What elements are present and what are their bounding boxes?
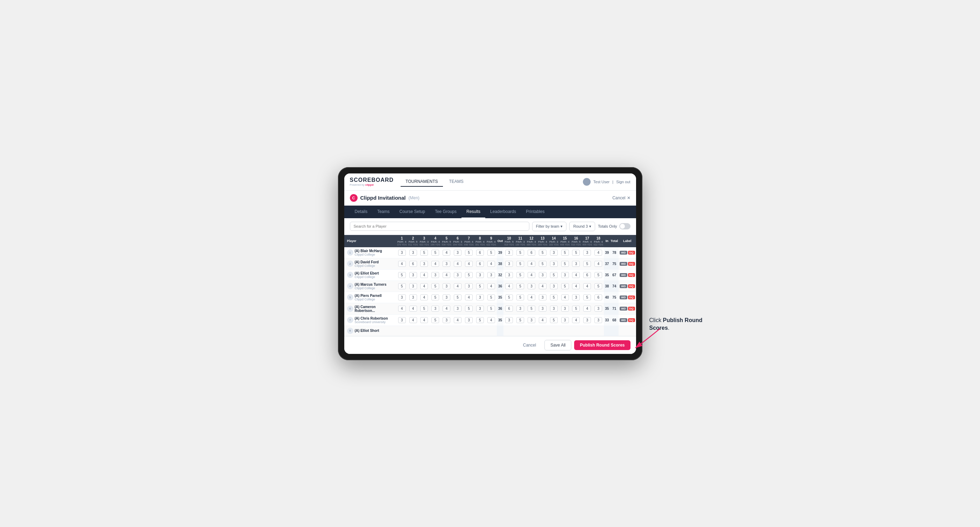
hole-11-score[interactable] xyxy=(515,258,526,269)
score-input-hole-11[interactable] xyxy=(516,306,524,311)
hole-8-score[interactable] xyxy=(474,281,486,292)
hole-4-score[interactable] xyxy=(430,314,441,325)
hole-3-score[interactable] xyxy=(418,269,430,281)
score-input-hole-11[interactable] xyxy=(516,272,524,278)
hole-7-score[interactable] xyxy=(463,325,474,336)
hole-17-score[interactable] xyxy=(581,325,593,336)
score-input-hole-16[interactable] xyxy=(572,250,580,256)
score-input-hole-2[interactable] xyxy=(409,294,417,300)
hole-11-score[interactable] xyxy=(515,292,526,303)
hole-16-score[interactable] xyxy=(571,258,582,269)
score-input-hole-2[interactable] xyxy=(409,272,417,278)
save-all-button[interactable]: Save All xyxy=(544,340,571,351)
hole-18-score[interactable] xyxy=(593,314,604,325)
hole-4-score[interactable] xyxy=(430,325,441,336)
score-input-hole-7[interactable] xyxy=(465,261,473,267)
score-input-hole-12[interactable] xyxy=(528,272,535,278)
hole-17-score[interactable] xyxy=(581,281,593,292)
score-input-hole-7[interactable] xyxy=(465,306,473,311)
score-input-hole-16[interactable] xyxy=(572,283,580,289)
tab-tee-groups[interactable]: Tee Groups xyxy=(430,206,461,218)
hole-10-score[interactable] xyxy=(503,281,515,292)
score-input-hole-18[interactable] xyxy=(595,294,602,300)
hole-3-score[interactable] xyxy=(418,247,430,259)
wd-badge[interactable]: WD xyxy=(620,295,627,299)
hole-10-score[interactable] xyxy=(503,292,515,303)
hole-17-score[interactable] xyxy=(581,269,593,281)
score-input-hole-10[interactable] xyxy=(505,272,513,278)
score-input-hole-4[interactable] xyxy=(431,272,439,278)
score-input-hole-2[interactable] xyxy=(409,250,417,256)
score-input-hole-1[interactable] xyxy=(398,306,406,311)
hole-15-score[interactable] xyxy=(560,303,571,314)
score-input-hole-6[interactable] xyxy=(454,283,461,289)
hole-16-score[interactable] xyxy=(571,281,582,292)
hole-15-score[interactable] xyxy=(560,292,571,303)
score-input-hole-6[interactable] xyxy=(454,306,461,311)
hole-18-score[interactable] xyxy=(593,292,604,303)
score-input-hole-9[interactable] xyxy=(487,294,495,300)
score-input-hole-4[interactable] xyxy=(431,250,439,256)
score-input-hole-10[interactable] xyxy=(505,283,513,289)
score-input-hole-15[interactable] xyxy=(561,272,569,278)
score-input-hole-18[interactable] xyxy=(595,306,602,311)
hole-17-score[interactable] xyxy=(581,303,593,314)
hole-3-score[interactable] xyxy=(418,325,430,336)
hole-8-score[interactable] xyxy=(474,314,486,325)
score-input-hole-8[interactable] xyxy=(476,261,484,267)
score-input-hole-10[interactable] xyxy=(505,250,513,256)
hole-14-score[interactable] xyxy=(548,269,560,281)
hole-16-score[interactable] xyxy=(571,325,582,336)
score-input-hole-6[interactable] xyxy=(454,250,461,256)
score-input-hole-3[interactable] xyxy=(420,261,428,267)
score-input-hole-5[interactable] xyxy=(442,272,450,278)
score-input-hole-14[interactable] xyxy=(550,283,558,289)
hole-7-score[interactable] xyxy=(463,281,474,292)
hole-4-score[interactable] xyxy=(430,303,441,314)
tab-printables[interactable]: Printables xyxy=(521,206,549,218)
hole-1-score[interactable] xyxy=(396,325,407,336)
hole-13-score[interactable] xyxy=(537,325,548,336)
nav-tournaments[interactable]: TOURNAMENTS xyxy=(401,177,442,187)
hole-2-score[interactable] xyxy=(407,314,419,325)
hole-1-score[interactable] xyxy=(396,269,407,281)
score-input-hole-4[interactable] xyxy=(431,294,439,300)
score-input-hole-6[interactable] xyxy=(454,272,461,278)
hole-1-score[interactable] xyxy=(396,247,407,259)
hole-3-score[interactable] xyxy=(418,281,430,292)
score-input-hole-18[interactable] xyxy=(595,261,602,267)
score-input-hole-13[interactable] xyxy=(539,250,547,256)
score-input-hole-9[interactable] xyxy=(487,261,495,267)
hole-16-score[interactable] xyxy=(571,314,582,325)
hole-13-score[interactable] xyxy=(537,303,548,314)
score-input-hole-11[interactable] xyxy=(516,261,524,267)
hole-17-score[interactable] xyxy=(581,314,593,325)
score-input-hole-5[interactable] xyxy=(442,250,450,256)
wd-badge[interactable]: WD xyxy=(620,273,627,277)
hole-13-score[interactable] xyxy=(537,247,548,259)
hole-16-score[interactable] xyxy=(571,247,582,259)
score-input-hole-11[interactable] xyxy=(516,317,524,323)
score-input-hole-7[interactable] xyxy=(465,250,473,256)
hole-6-score[interactable] xyxy=(452,303,463,314)
sign-out-link[interactable]: Sign out xyxy=(616,180,630,184)
hole-6-score[interactable] xyxy=(452,269,463,281)
score-input-hole-15[interactable] xyxy=(561,306,569,311)
search-input[interactable] xyxy=(350,222,529,231)
hole-9-score[interactable] xyxy=(486,325,497,336)
hole-10-score[interactable] xyxy=(503,247,515,259)
hole-1-score[interactable] xyxy=(396,292,407,303)
hole-13-score[interactable] xyxy=(537,281,548,292)
round-dropdown[interactable]: Round 3 ▾ xyxy=(569,222,595,231)
filter-by-team-dropdown[interactable]: Filter by team ▾ xyxy=(532,222,567,231)
cancel-tournament-button[interactable]: Cancel ✕ xyxy=(612,195,630,200)
hole-7-score[interactable] xyxy=(463,303,474,314)
score-input-hole-3[interactable] xyxy=(420,250,428,256)
hole-18-score[interactable] xyxy=(593,258,604,269)
dq-badge[interactable]: DQ xyxy=(628,318,635,322)
score-input-hole-11[interactable] xyxy=(516,250,524,256)
score-input-hole-16[interactable] xyxy=(572,272,580,278)
score-input-hole-8[interactable] xyxy=(476,306,484,311)
score-input-hole-13[interactable] xyxy=(539,317,547,323)
score-input-hole-6[interactable] xyxy=(454,317,461,323)
